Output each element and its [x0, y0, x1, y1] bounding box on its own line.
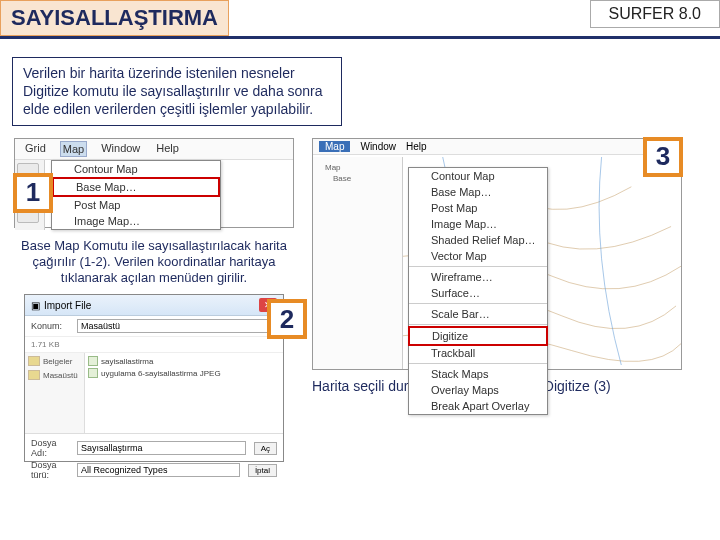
filename-label: Dosya Adı:	[31, 438, 73, 458]
filename-input[interactable]: Sayısallaştırma	[77, 441, 246, 455]
dd-item[interactable]: Shaded Relief Map…	[409, 232, 547, 248]
konum-label: Konum:	[31, 321, 73, 331]
menu-grid[interactable]: Grid	[23, 141, 48, 157]
dd-item[interactable]: Base Map…	[409, 184, 547, 200]
page-title: SAYISALLAŞTIRMA	[0, 0, 229, 36]
dd-post[interactable]: Post Map	[52, 197, 220, 213]
file-dialog-title: Import File	[44, 300, 91, 311]
cancel-button[interactable]: İptal	[248, 464, 277, 477]
screenshot-3: 3 Map Window Help Map Base · · · · · · ·…	[312, 138, 682, 370]
dd-item[interactable]: Scale Bar…	[409, 306, 547, 322]
step-badge-2: 2	[267, 299, 307, 339]
menu-help[interactable]: Help	[154, 141, 181, 157]
open-button[interactable]: Aç	[254, 442, 277, 455]
menu-map[interactable]: Map	[60, 141, 87, 157]
dd-item[interactable]: Stack Maps	[409, 366, 547, 382]
list-item[interactable]: uygulama 6-sayisallastirma JPEG	[88, 368, 280, 378]
menubar-3: Map Window Help	[313, 139, 681, 155]
menu-window-3[interactable]: Window	[360, 141, 396, 152]
menu-window[interactable]: Window	[99, 141, 142, 157]
dd-image[interactable]: Image Map…	[52, 213, 220, 229]
dd-contour[interactable]: Contour Map	[52, 161, 220, 177]
step-badge-3: 3	[643, 137, 683, 177]
side-item[interactable]: Belgeler	[28, 356, 81, 366]
folder-icon	[28, 370, 40, 380]
dd-item[interactable]: Image Map…	[409, 216, 547, 232]
dd-item[interactable]: Trackball	[409, 345, 547, 361]
dd-item[interactable]: Overlay Maps	[409, 382, 547, 398]
screenshot-2: 2 ▣ Import File ✕ Konum: Masaüstü 1.71 K…	[24, 294, 284, 462]
side-item[interactable]: Masaüstü	[28, 370, 81, 380]
menubar-1: Grid Map Window Help	[15, 139, 293, 160]
dd-item[interactable]: Vector Map	[409, 248, 547, 264]
tree-item[interactable]: Map	[317, 163, 398, 172]
caption-1: Base Map Komutu ile sayısallaştırılacak …	[14, 238, 294, 287]
filetype-label: Dosya türü:	[31, 460, 73, 480]
map-dropdown-1: Contour Map Base Map… Post Map Image Map…	[51, 160, 221, 230]
dd-item[interactable]: Break Apart Overlay	[409, 398, 547, 414]
file-size: 1.71 KB	[31, 340, 59, 349]
file-sidebar: Belgeler Masaüstü	[25, 353, 85, 433]
dd-base-map[interactable]: Base Map…	[52, 177, 220, 197]
konum-combo[interactable]: Masaüstü	[77, 319, 277, 333]
dd-item[interactable]: Contour Map	[409, 168, 547, 184]
step-badge-1: 1	[13, 173, 53, 213]
screenshot-1: 1 Grid Map Window Help Contour Map Base …	[14, 138, 294, 228]
file-list: sayisallastirma uygulama 6-sayisallastir…	[85, 353, 283, 433]
list-item[interactable]: sayisallastirma	[88, 356, 280, 366]
app-version: SURFER 8.0	[590, 0, 720, 28]
menu-help-3[interactable]: Help	[406, 141, 427, 152]
file-dialog-icon: ▣	[31, 300, 40, 311]
file-icon	[88, 368, 98, 378]
dd-item[interactable]: Surface…	[409, 285, 547, 301]
dd-item[interactable]: Wireframe…	[409, 269, 547, 285]
intro-text: Verilen bir harita üzerinde istenilen ne…	[12, 57, 342, 126]
dd-digitize[interactable]: Digitize	[408, 326, 548, 346]
menu-map-3[interactable]: Map	[319, 141, 350, 152]
object-tree: Map Base	[313, 157, 403, 369]
tree-item[interactable]: Base	[317, 174, 398, 183]
filetype-combo[interactable]: All Recognized Types	[77, 463, 240, 477]
file-icon	[88, 356, 98, 366]
dd-item[interactable]: Post Map	[409, 200, 547, 216]
map-dropdown-3: Contour Map Base Map… Post Map Image Map…	[408, 167, 548, 415]
folder-icon	[28, 356, 40, 366]
